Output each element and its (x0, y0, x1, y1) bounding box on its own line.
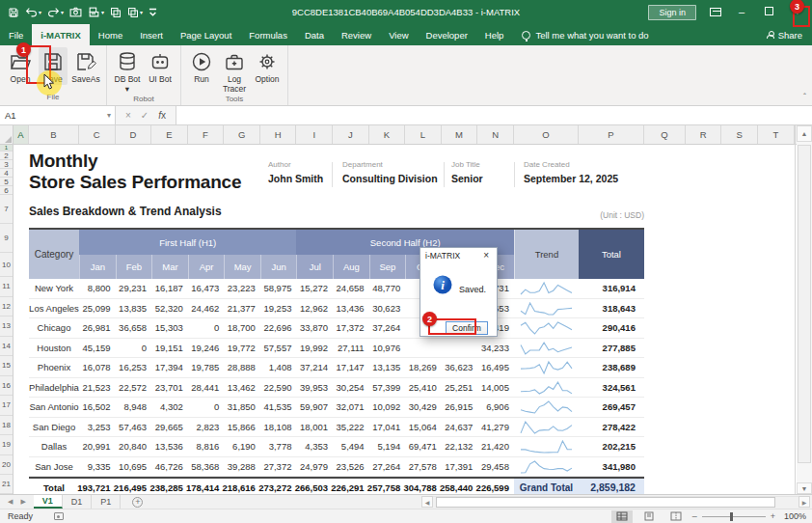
grand-total-value[interactable]: 2,859,182 (579, 477, 644, 494)
table-cell-value[interactable]: 29,458 (477, 457, 514, 478)
table-cell-value[interactable]: 16,473 (188, 279, 225, 299)
table-cell-value[interactable]: 18,269 (405, 358, 442, 378)
table-cell-value[interactable]: 8,948 (116, 398, 152, 418)
table-cell-value[interactable]: 34,233 (477, 339, 514, 359)
table-cell-value[interactable]: 18,700 (224, 318, 260, 339)
scroll-left-icon[interactable]: ◀ (421, 496, 433, 508)
table-cell-value[interactable]: 58,368 (188, 457, 225, 478)
table-cell-value[interactable]: 30,623 (369, 299, 406, 319)
scroll-up-icon[interactable]: ▲ (797, 125, 812, 142)
table-cell-value[interactable]: 41,535 (260, 398, 297, 418)
undo-icon[interactable]: ▾ (25, 5, 41, 20)
insert-function-icon[interactable]: fx (158, 110, 166, 121)
table-cell-category[interactable]: San Diego (29, 418, 79, 438)
add-sheet-icon[interactable]: + (132, 497, 143, 508)
ribbon-display-options-icon[interactable] (710, 8, 721, 16)
table-cell-category[interactable]: San Antonio (29, 398, 79, 418)
zoom-percent[interactable]: 100% (781, 511, 806, 521)
table-cell-value[interactable]: 23,526 (333, 457, 369, 478)
table-cell-value[interactable]: 9,335 (79, 457, 116, 478)
table-cell-value[interactable]: 2,823 (188, 418, 225, 438)
table-cell-value[interactable]: 29,665 (151, 418, 188, 438)
scroll-right-icon[interactable]: ▶ (798, 496, 810, 508)
table-cell-value[interactable]: 29,231 (116, 279, 152, 299)
table-cell-value[interactable]: 36,658 (116, 318, 152, 339)
tab-page-layout[interactable]: Page Layout (172, 24, 240, 45)
table-header-trend[interactable]: Trend (514, 230, 579, 279)
table-cell-value[interactable]: 46,726 (151, 457, 188, 478)
table-cell-value[interactable]: 17,147 (333, 358, 369, 378)
table-cell-value[interactable]: 20,991 (79, 437, 116, 457)
table-cell-value[interactable]: 36,623 (442, 358, 478, 378)
table-cell-value[interactable]: 21,377 (224, 299, 260, 319)
table-cell-total[interactable]: 202,215 (579, 437, 644, 457)
table-cell-value[interactable]: 18,108 (260, 418, 297, 438)
zoom-in-icon[interactable]: + (771, 511, 775, 521)
table-cell-value[interactable]: 59,907 (296, 398, 333, 418)
grand-total-label[interactable]: Grand Total (514, 477, 579, 494)
table-header-month-jun[interactable]: Jun (260, 255, 297, 279)
table-cell-value[interactable]: 52,320 (151, 299, 188, 319)
table-cell-value[interactable]: 39,288 (224, 457, 260, 478)
table-total-value[interactable]: 216,495 (116, 477, 152, 494)
table-cell-value[interactable]: 57,399 (369, 378, 406, 399)
table-cell-value[interactable]: 19,253 (260, 299, 297, 319)
table-cell-total[interactable]: 341,980 (579, 457, 644, 478)
save-icon[interactable] (8, 5, 19, 20)
row-header-13[interactable]: 13 (0, 317, 13, 337)
run-button[interactable]: Run (187, 47, 216, 85)
tab-formulas[interactable]: Formulas (240, 24, 296, 45)
column-header-I[interactable]: I (296, 125, 333, 144)
column-header-L[interactable]: L (405, 125, 442, 144)
table-cell-value[interactable]: 13,436 (333, 299, 369, 319)
table-cell-value[interactable]: 25,410 (405, 378, 442, 399)
table-cell-value[interactable]: 17,041 (369, 418, 406, 438)
share-button[interactable]: Share (767, 24, 802, 45)
table-cell-value[interactable]: 25,251 (442, 378, 478, 399)
table-cell-value[interactable]: 18,001 (296, 418, 333, 438)
table-cell-value[interactable]: 22,572 (116, 378, 152, 399)
table-cell-value[interactable]: 57,557 (260, 339, 297, 359)
table-total-value[interactable]: 226,291 (333, 477, 369, 494)
table-header-month-may[interactable]: May (224, 255, 260, 279)
table-cell-value[interactable]: 8,800 (79, 279, 116, 299)
table-cell-value[interactable]: 6,906 (477, 398, 514, 418)
column-header-G[interactable]: G (224, 125, 260, 144)
table-cell-value[interactable]: 4,302 (151, 398, 188, 418)
column-header-K[interactable]: K (369, 125, 406, 144)
table-total-value[interactable]: 258,440 (442, 477, 478, 494)
table-cell-value[interactable]: 27,372 (260, 457, 297, 478)
row-header-12[interactable]: 12 (0, 297, 13, 317)
table-cell-value[interactable]: 58,975 (260, 279, 297, 299)
tab-home[interactable]: Home (90, 24, 131, 45)
table-cell-value[interactable]: 57,463 (116, 418, 152, 438)
table-cell-category[interactable]: Philadelphia (29, 378, 79, 399)
table-cell-value[interactable]: 15,866 (224, 418, 260, 438)
table-cell-value[interactable]: 15,272 (296, 279, 333, 299)
name-box-dropdown-icon[interactable]: ▾ (107, 111, 115, 120)
scroll-down-icon[interactable]: ▼ (797, 482, 812, 494)
table-cell-value[interactable]: 23,701 (151, 378, 188, 399)
table-cell-value[interactable]: 26,915 (442, 398, 478, 418)
tab-help[interactable]: Help (476, 24, 513, 45)
vertical-scrollbar[interactable]: ▲ ▼ (797, 125, 812, 494)
maximize-button[interactable] (762, 7, 775, 17)
row-header-16[interactable]: 16 (0, 376, 13, 397)
table-cell-value[interactable]: 13,536 (151, 437, 188, 457)
table-cell-value[interactable]: 69,471 (405, 437, 442, 457)
tab-scroll-left-icon[interactable]: ◀ (8, 498, 13, 506)
row-header-18[interactable]: 18 (0, 416, 13, 436)
tab-developer[interactable]: Developer (418, 24, 476, 45)
table-cell-value[interactable]: 13,135 (369, 358, 406, 378)
table-cell-value[interactable]: 31,850 (224, 398, 260, 418)
table-cell-value[interactable]: 16,253 (116, 358, 152, 378)
dialog-title-bar[interactable]: i-MATRIX × (420, 248, 497, 263)
table-cell-value[interactable]: 17,391 (442, 457, 478, 478)
table-cell-value[interactable]: 26,981 (79, 318, 116, 339)
sign-in-button[interactable]: Sign in (648, 5, 696, 20)
table-cell-value[interactable]: 5,194 (369, 437, 406, 457)
column-header-B[interactable]: B (29, 125, 79, 144)
tab-data[interactable]: Data (296, 24, 333, 45)
table-cell-value[interactable]: 27,578 (405, 457, 442, 478)
undo-icon-dropdown[interactable]: ▾ (39, 10, 41, 15)
